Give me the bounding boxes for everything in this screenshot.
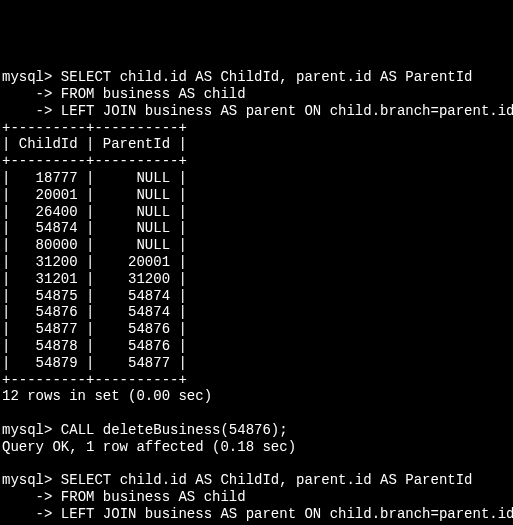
query-line: -> LEFT JOIN business AS parent ON child… <box>2 506 513 522</box>
table-row: | 18777 | NULL | <box>2 170 187 186</box>
table-row: | 54878 | 54876 | <box>2 338 187 354</box>
query-line: mysql> SELECT child.id AS ChildId, paren… <box>2 69 473 85</box>
query-line: mysql> SELECT child.id AS ChildId, paren… <box>2 472 473 488</box>
table-row: | 54875 | 54874 | <box>2 288 187 304</box>
table-row: | 20001 | NULL | <box>2 187 187 203</box>
query-line: -> FROM business AS child <box>2 86 246 102</box>
table-header: | ChildId | ParentId | <box>2 136 187 152</box>
table-border: +---------+----------+ <box>2 120 187 136</box>
table-row: | 54879 | 54877 | <box>2 355 187 371</box>
query-line: mysql> CALL deleteBusiness(54876); <box>2 422 288 438</box>
table-row: | 54874 | NULL | <box>2 220 187 236</box>
table-row: | 80000 | NULL | <box>2 237 187 253</box>
terminal-output: mysql> SELECT child.id AS ChildId, paren… <box>2 69 511 525</box>
table-border: +---------+----------+ <box>2 153 187 169</box>
table-row: | 31200 | 20001 | <box>2 254 187 270</box>
table-row: | 26400 | NULL | <box>2 204 187 220</box>
query-line: -> FROM business AS child <box>2 489 246 505</box>
query-line: -> LEFT JOIN business AS parent ON child… <box>2 103 513 119</box>
result-summary: Query OK, 1 row affected (0.18 sec) <box>2 439 296 455</box>
result-summary: 12 rows in set (0.00 sec) <box>2 388 212 404</box>
table-row: | 31201 | 31200 | <box>2 271 187 287</box>
table-row: | 54876 | 54874 | <box>2 304 187 320</box>
table-border: +---------+----------+ <box>2 372 187 388</box>
table-row: | 54877 | 54876 | <box>2 321 187 337</box>
